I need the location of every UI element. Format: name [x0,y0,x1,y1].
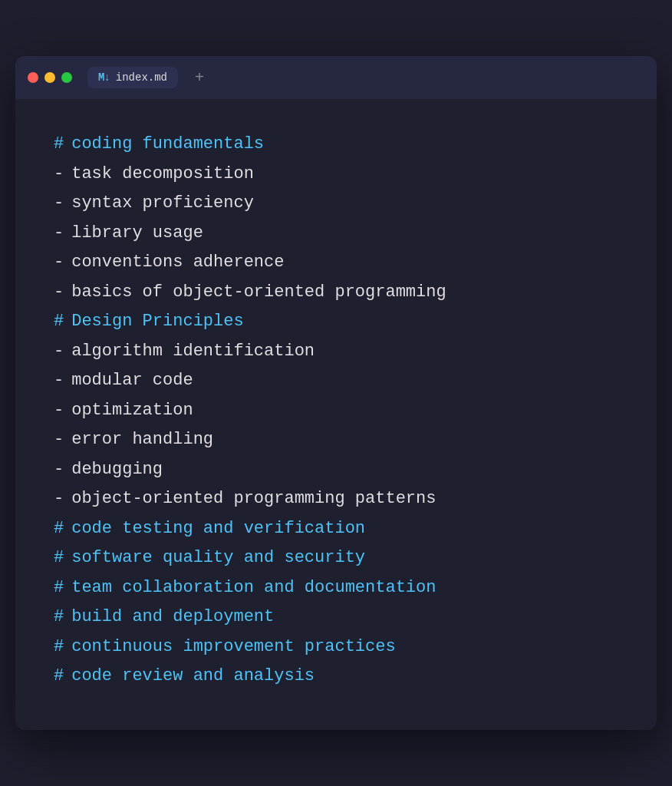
editor-content: #coding fundamentals-task decomposition-… [15,99,657,730]
file-tab[interactable]: M↓ index.md [87,67,178,88]
tab-filename: index.md [116,71,167,84]
list-marker: - [54,278,64,308]
heading-marker: # [54,514,64,544]
list-line: -object-oriented programming patterns [54,484,618,514]
list-text: object-oriented programming patterns [71,484,436,514]
list-text: conventions adherence [71,248,284,278]
heading-marker: # [54,130,64,160]
heading-text: coding fundamentals [71,130,264,160]
list-text: error handling [71,425,213,455]
list-text: syntax proficiency [71,189,254,219]
list-text: modular code [71,366,193,396]
heading-marker: # [54,603,64,632]
list-line: -task decomposition [54,160,618,190]
list-text: task decomposition [71,160,254,190]
list-marker: - [54,366,64,396]
list-marker: - [54,396,64,426]
list-line: -optimization [54,396,618,426]
list-marker: - [54,337,64,367]
heading-line: #coding fundamentals [54,130,618,160]
heading-line: #Design Principles [54,307,618,337]
list-marker: - [54,455,64,485]
heading-line: #continuous improvement practices [54,632,618,662]
heading-text: Design Principles [71,307,243,337]
list-marker: - [54,189,64,219]
heading-marker: # [54,543,64,573]
list-text: library usage [71,219,203,249]
heading-marker: # [54,573,64,603]
list-marker: - [54,219,64,249]
heading-text: team collaboration and documentation [71,573,436,603]
list-line: -modular code [54,366,618,396]
traffic-lights [28,72,72,83]
list-line: -algorithm identification [54,337,618,367]
list-text: optimization [71,396,193,426]
heading-marker: # [54,632,64,662]
list-text: basics of object-oriented programming [71,278,446,308]
heading-line: #team collaboration and documentation [54,573,618,603]
heading-line: #build and deployment [54,603,618,632]
list-line: -library usage [54,219,618,249]
list-text: algorithm identification [71,337,315,367]
heading-text: code testing and verification [71,514,365,544]
list-text: debugging [71,455,163,485]
list-line: -conventions adherence [54,248,618,278]
list-line: -syntax proficiency [54,189,618,219]
close-button[interactable] [28,72,38,83]
heading-line: #code testing and verification [54,514,618,544]
add-tab-button[interactable]: + [195,69,204,87]
list-marker: - [54,248,64,278]
list-marker: - [54,484,64,514]
heading-text: build and deployment [71,603,274,632]
heading-line: #software quality and security [54,543,618,573]
titlebar: M↓ index.md + [15,56,657,99]
heading-line: #code review and analysis [54,662,618,692]
heading-text: software quality and security [71,543,365,573]
maximize-button[interactable] [61,72,72,83]
list-line: -debugging [54,455,618,485]
minimize-button[interactable] [44,72,55,83]
heading-text: continuous improvement practices [71,632,395,662]
heading-marker: # [54,662,64,692]
list-marker: - [54,425,64,455]
heading-text: code review and analysis [71,662,315,692]
heading-marker: # [54,307,64,337]
editor-window: M↓ index.md + #coding fundamentals-task … [15,56,657,730]
list-line: -basics of object-oriented programming [54,278,618,308]
list-marker: - [54,160,64,190]
list-line: -error handling [54,425,618,455]
markdown-icon: M↓ [98,71,110,84]
